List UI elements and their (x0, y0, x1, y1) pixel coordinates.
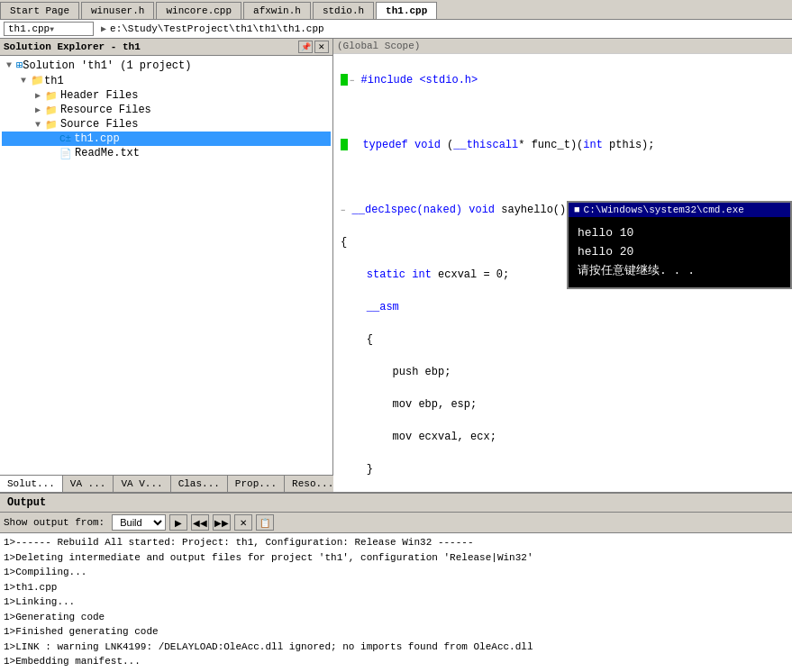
scope-text: (Global Scope) (337, 41, 420, 51)
output-toolbar: Show output from: Build ▶ ◀◀ ▶▶ ✕ 📋 (0, 513, 792, 533)
tree-folder-resource[interactable]: ▶ 📁 Resource Files (2, 103, 331, 117)
file-readme-label: ReadMe.txt (75, 147, 140, 159)
solution-explorer: Solution Explorer - th1 📌 ✕ ▼ ⊞ Solution… (0, 39, 333, 492)
tree-project[interactable]: ▼ 📁 th1 (2, 73, 331, 88)
tree-folder-source[interactable]: ▼ 📁 Source Files (2, 117, 331, 132)
cmd-dots: . . . (660, 264, 695, 277)
output-line-1: 1>------ Rebuild All started: Project: t… (4, 535, 788, 550)
cmd-titlebar: ■ C:\Windows\system32\cmd.exe (569, 203, 790, 217)
se-tab-prop[interactable]: Prop... (228, 476, 285, 492)
line-mov-ecxval-ecx: mov ecxval, ecx; (341, 431, 496, 443)
file-th1-label: th1.cpp (74, 132, 119, 145)
output-btn-3[interactable]: ▶▶ (213, 514, 231, 531)
cmd-icon: ■ (574, 204, 580, 215)
se-pin-button[interactable]: 📌 (298, 41, 313, 53)
line-1: − #include <stdio.h> (341, 74, 478, 86)
output-btn-5[interactable]: 📋 (256, 514, 274, 531)
se-tab-sout[interactable]: Solut... (0, 476, 63, 492)
line-asm-brace-1: { (341, 333, 373, 346)
output-line-3: 1>Compiling... (4, 565, 788, 580)
file-dropdown-value: th1.cpp (8, 23, 50, 34)
line-asm-close-1: } (341, 463, 373, 476)
project-icon: 📁 (31, 74, 44, 87)
txt-file-icon: 📄 (59, 148, 72, 159)
line-open-brace-1: { (341, 236, 347, 249)
cmd-title: C:\Windows\system32\cmd.exe (584, 204, 744, 215)
expand-solution-icon: ▼ (2, 60, 16, 70)
expand-header-icon: ▶ (31, 90, 45, 101)
output-header: Output (0, 494, 792, 513)
main-container: Start Page winuser.h wincore.cpp afxwin.… (0, 0, 792, 672)
se-close-button[interactable]: ✕ (314, 41, 329, 53)
cmd-window: ■ C:\Windows\system32\cmd.exe hello 10 h… (567, 201, 792, 289)
line-typedef: typedef void (__thiscall* func_t)(int pt… (341, 139, 655, 151)
tab-stdio-h[interactable]: stdio.h (313, 2, 374, 19)
show-output-label: Show output from: (4, 517, 105, 528)
tree-view: ▼ ⊞ Solution 'th1' (1 project) ▼ 📁 th1 ▶… (0, 56, 332, 475)
cmd-line-3: 请按任意键继续. . . (578, 262, 781, 281)
output-panel: Output Show output from: Build ▶ ◀◀ ▶▶ ✕… (0, 492, 792, 672)
nav-arrow-icon: ▶ (101, 23, 106, 34)
output-line-5: 1>Linking... (4, 595, 788, 610)
output-btn-4[interactable]: ✕ (234, 514, 252, 531)
tree-file-readme[interactable]: 📄 ReadMe.txt (2, 146, 331, 160)
output-content: 1>------ Rebuild All started: Project: t… (0, 533, 792, 672)
folder-source-icon: 📁 (45, 119, 58, 131)
line-static: static int ecxval = 0; (341, 268, 509, 281)
line-declspec: − __declspec(naked) void sayhello() (341, 204, 566, 216)
tab-th1-cpp[interactable]: th1.cpp (376, 2, 437, 19)
output-line-8: 1>LINK : warning LNK4199: /DELAYLOAD:Ole… (4, 640, 788, 655)
se-tab-va2[interactable]: VA V... (114, 476, 170, 492)
output-line-4: 1>th1.cpp (4, 580, 788, 595)
tab-winuser-h[interactable]: winuser.h (81, 2, 154, 19)
solution-icon: ⊞ (16, 59, 23, 72)
output-btn-1[interactable]: ▶ (169, 514, 187, 531)
se-tab-va1[interactable]: VA ... (63, 476, 114, 492)
expand-resource-icon: ▶ (31, 104, 45, 115)
solution-explorer-header: Solution Explorer - th1 📌 ✕ (0, 39, 332, 56)
output-source-select[interactable]: Build (112, 514, 166, 531)
folder-resource-icon: 📁 (45, 104, 58, 116)
se-toolbar: 📌 ✕ (298, 41, 329, 53)
cpp-file-icon: C± (59, 133, 71, 144)
tree-solution[interactable]: ▼ ⊞ Solution 'th1' (1 project) (2, 58, 331, 73)
expand-source-icon: ▼ (31, 120, 45, 130)
content-area: Solution Explorer - th1 📌 ✕ ▼ ⊞ Solution… (0, 39, 792, 492)
output-line-2: 1>Deleting intermediate and output files… (4, 550, 788, 566)
se-title: Solution Explorer - th1 (4, 41, 141, 52)
output-line-6: 1>Generating code (4, 610, 788, 625)
output-line-9: 1>Embedding manifest... (4, 654, 788, 669)
line-push-ebp: push ebp; (341, 366, 451, 378)
tab-afxwin-h[interactable]: afxwin.h (243, 2, 311, 19)
output-line-10: 1>Build log was saved at "file://e:/Stud… (4, 669, 788, 673)
cmd-line-2: hello 20 (578, 243, 781, 262)
cmd-line-1: hello 10 (578, 224, 781, 243)
scope-bar: (Global Scope) (333, 39, 792, 54)
folder-source-label: Source Files (60, 118, 138, 131)
folder-header-icon: 📁 (45, 90, 58, 102)
tree-file-th1-cpp[interactable]: C± th1.cpp (2, 132, 331, 146)
tree-folder-header[interactable]: ▶ 📁 Header Files (2, 88, 331, 103)
tab-wincore-cpp[interactable]: wincore.cpp (156, 2, 241, 19)
address-path: e:\Study\TestProject\th1\th1\th1.cpp (110, 23, 324, 34)
folder-resource-label: Resource Files (60, 104, 151, 116)
output-line-7: 1>Finished generating code (4, 624, 788, 640)
se-tab-clas[interactable]: Clas... (171, 476, 228, 492)
tab-bar: Start Page winuser.h wincore.cpp afxwin.… (0, 0, 792, 20)
code-editor: (Global Scope) − #include <stdio.h> type… (333, 39, 792, 492)
project-label: th1 (44, 75, 64, 87)
file-dropdown[interactable]: th1.cpp ▼ (4, 22, 94, 36)
line-mov-ebp-esp: mov ebp, esp; (341, 398, 477, 411)
address-bar: th1.cpp ▼ ▶ e:\Study\TestProject\th1\th1… (0, 20, 792, 39)
tab-start-page[interactable]: Start Page (0, 2, 79, 19)
cmd-content: hello 10 hello 20 请按任意键继续. . . (569, 217, 790, 287)
output-btn-2[interactable]: ◀◀ (191, 514, 209, 531)
dropdown-arrow-icon: ▼ (50, 25, 89, 33)
expand-project-icon: ▼ (16, 76, 31, 86)
line-asm1: __asm (341, 301, 399, 313)
folder-header-label: Header Files (60, 89, 138, 102)
solution-label: Solution 'th1' (1 project) (23, 59, 191, 72)
se-bottom-tabs: Solut... VA ... VA V... Clas... Prop... … (0, 475, 332, 492)
